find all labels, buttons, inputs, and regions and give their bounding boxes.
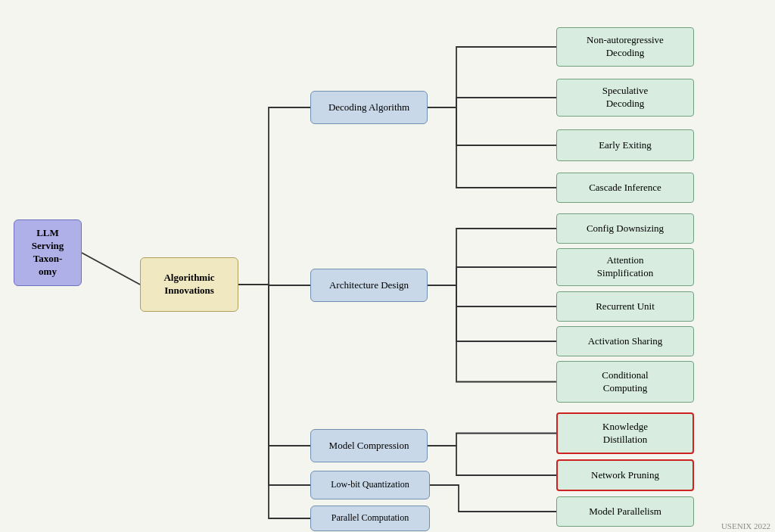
node-recurrent-unit: Recurrent Unit xyxy=(556,291,694,322)
taxonomy-diagram: LLMServingTaxon-omy AlgorithmicInnovatio… xyxy=(0,0,775,532)
node-parallel-computation: Parallel Computation xyxy=(310,506,430,531)
node-early-exiting: Early Exiting xyxy=(556,129,694,161)
watermark: USENIX 2022 xyxy=(721,521,770,530)
node-speculative-decoding: SpeculativeDecoding xyxy=(556,79,694,117)
node-activation-sharing: Activation Sharing xyxy=(556,326,694,356)
node-model-compression: Model Compression xyxy=(310,429,428,462)
node-model-parallelism: Model Parallelism xyxy=(556,496,694,527)
node-algorithmic-innovations: AlgorithmicInnovations xyxy=(140,257,238,312)
node-architecture-design: Architecture Design xyxy=(310,269,428,302)
node-root: LLMServingTaxon-omy xyxy=(14,219,82,286)
node-attention-simplification: AttentionSimplification xyxy=(556,248,694,286)
node-network-pruning: Network Pruning xyxy=(556,459,694,491)
svg-line-0 xyxy=(82,253,140,285)
node-conditional-computing: ConditionalComputing xyxy=(556,361,694,403)
node-cascade-inference: Cascade Inference xyxy=(556,173,694,203)
node-config-downsizing: Config Downsizing xyxy=(556,213,694,244)
node-knowledge-distillation: KnowledgeDistillation xyxy=(556,412,694,454)
node-decoding-algorithm: Decoding Algorithm xyxy=(310,91,428,124)
node-non-autoregressive-decoding: Non-autoregressiveDecoding xyxy=(556,27,694,67)
node-lowbit-quantization: Low-bit Quantization xyxy=(310,471,430,499)
